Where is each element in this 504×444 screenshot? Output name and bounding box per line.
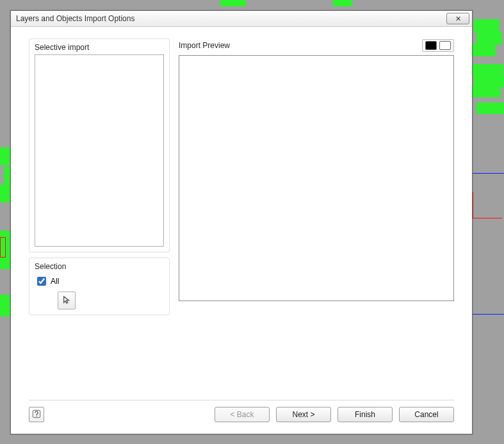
titlebar: Layers and Objects Import Options ✕: [11, 11, 472, 27]
finish-button[interactable]: Finish: [337, 407, 393, 422]
import-options-dialog: Layers and Objects Import Options ✕ Sele…: [10, 10, 473, 434]
cursor-arrow-icon: [62, 295, 71, 306]
svg-point-1: [36, 415, 37, 416]
selection-group: Selection All: [29, 258, 170, 315]
selection-label: Selection: [35, 262, 164, 274]
preview-light-swatch[interactable]: [439, 41, 451, 50]
window-title: Layers and Objects Import Options: [16, 14, 446, 23]
all-checkbox[interactable]: [37, 277, 46, 286]
import-preview-label: Import Preview: [179, 41, 230, 50]
help-icon: [32, 409, 41, 420]
all-checkbox-label: All: [51, 277, 59, 286]
preview-dark-swatch[interactable]: [425, 41, 437, 50]
all-checkbox-row[interactable]: All: [35, 275, 164, 288]
help-button[interactable]: [29, 407, 44, 422]
wizard-footer: < Back Next > Finish Cancel: [11, 407, 472, 434]
import-preview-area[interactable]: [179, 55, 454, 301]
layers-listbox[interactable]: [35, 54, 164, 247]
dialog-body: Selective import Selection All: [11, 27, 472, 407]
footer-separator: [29, 400, 454, 400]
pick-tool-button[interactable]: [58, 292, 76, 309]
selective-import-label: Selective import: [35, 43, 164, 54]
close-button[interactable]: ✕: [446, 13, 469, 24]
next-button[interactable]: Next >: [276, 407, 331, 422]
back-button[interactable]: < Back: [215, 407, 270, 422]
cancel-button[interactable]: Cancel: [399, 407, 454, 422]
close-icon: ✕: [455, 15, 461, 22]
preview-swatch-group: [422, 39, 454, 52]
selective-import-group: Selective import: [29, 38, 170, 252]
